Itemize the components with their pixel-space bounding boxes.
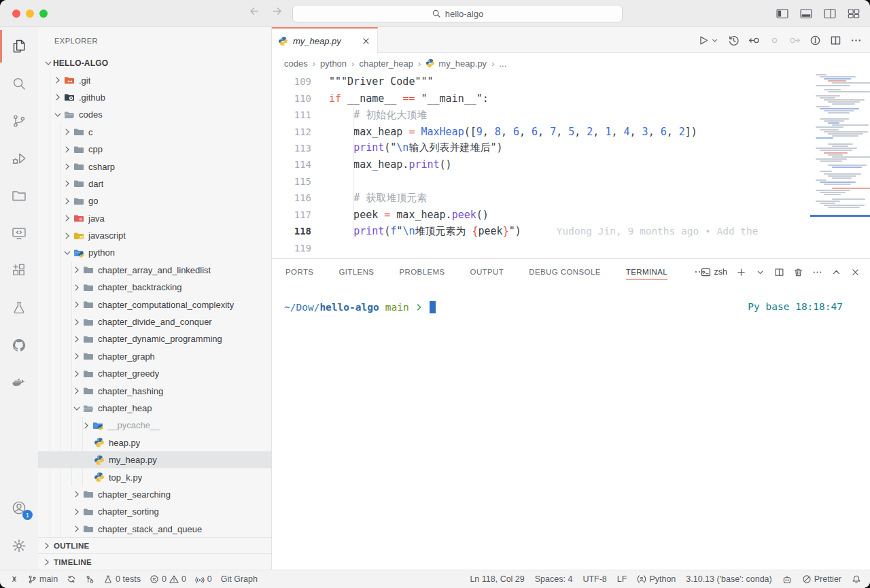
tree-folder-c[interactable]: c <box>38 124 271 141</box>
status-eol[interactable]: LF <box>617 574 627 584</box>
breadcrumb-item[interactable]: ... <box>499 58 506 69</box>
split-editor-layout-icon[interactable] <box>823 7 837 20</box>
tree-folder--pycache-[interactable]: __pycache__ <box>38 417 271 434</box>
tree-folder-cpp[interactable]: cpp <box>38 141 271 158</box>
zoom-window-button[interactable] <box>39 10 48 18</box>
tree-folder-chapter-computational-complexity[interactable]: chapter_computational_complexity <box>38 296 271 313</box>
toggle-sidebar-icon[interactable] <box>776 7 789 20</box>
terminal[interactable]: ~/Dow/hello-algo main Py base 18:18:47 <box>272 285 870 313</box>
activity-item-extensions[interactable] <box>0 254 38 287</box>
more-actions-icon[interactable] <box>850 35 862 46</box>
customize-layout-icon[interactable] <box>847 7 860 20</box>
activity-item-remote-explorer[interactable] <box>0 217 38 249</box>
activity-item-docker[interactable] <box>0 366 38 399</box>
section-timeline[interactable]: TIMELINE <box>38 553 271 570</box>
file-history-icon[interactable] <box>728 35 740 46</box>
panel-tab-problems[interactable]: PROBLEMS <box>399 259 445 285</box>
tree-folder-python[interactable]: python <box>38 244 271 261</box>
activity-item-settings[interactable] <box>0 530 38 562</box>
forward-arrow-icon[interactable] <box>271 5 283 17</box>
status-tests[interactable]: 0 tests <box>103 574 141 584</box>
run-dropdown-icon[interactable] <box>710 36 719 45</box>
tree-folder-codes[interactable]: codes <box>38 106 271 123</box>
tree-folder-chapter-hashing[interactable]: chapter_hashing <box>38 382 271 399</box>
breadcrumb-item[interactable]: python <box>320 58 347 69</box>
tree-folder-chapter-backtracking[interactable]: chapter_backtracking <box>38 279 271 296</box>
close-window-button[interactable] <box>12 10 20 18</box>
panel-tab-debug-console[interactable]: DEBUG CONSOLE <box>529 259 601 285</box>
back-arrow-icon[interactable] <box>249 5 260 17</box>
run-python-file-icon[interactable] <box>697 35 709 46</box>
section-outline[interactable]: OUTLINE <box>38 537 271 553</box>
panel-tab-ports[interactable]: PORTS <box>285 259 313 285</box>
status-git-branch[interactable]: main <box>27 574 58 584</box>
activity-item-source-control[interactable] <box>0 105 38 137</box>
breadcrumb-item[interactable]: chapter_heap <box>359 58 413 69</box>
status-ports[interactable]: 0 <box>195 574 212 584</box>
tree-folder-csharp[interactable]: csharp <box>38 158 271 175</box>
tree-folder-chapter-divide-and-conquer[interactable]: chapter_divide_and_conquer <box>38 313 271 330</box>
status-cursor-position[interactable]: Ln 118, Col 29 <box>470 574 524 584</box>
panel-tab-gitlens[interactable]: GITLENS <box>338 259 374 285</box>
status-language-mode[interactable]: Python <box>637 574 676 584</box>
status-prettier[interactable]: Prettier <box>802 574 841 584</box>
tree-folder-chapter-array-and-linkedlist[interactable]: chapter_array_and_linkedlist <box>38 262 271 279</box>
status-copilot[interactable] <box>782 574 792 584</box>
tree-folder-dart[interactable]: dart <box>38 175 271 192</box>
status-encoding[interactable]: UTF-8 <box>582 574 606 584</box>
activity-item-account[interactable]: 1 <box>0 491 38 524</box>
tree-file-top-k-py[interactable]: top_k.py <box>38 468 271 485</box>
tree-folder-chapter-stack-and-queue[interactable]: chapter_stack_and_queue <box>38 521 271 537</box>
minimize-window-button[interactable] <box>26 10 34 18</box>
code-editor[interactable]: 109"""Driver Code"""110if __name__ == "_… <box>272 73 870 258</box>
status-problems[interactable]: 00 <box>150 574 186 584</box>
activity-item-project-folder[interactable] <box>0 179 38 212</box>
activity-item-run-debug[interactable] <box>0 142 38 175</box>
breadcrumb-item[interactable]: codes <box>284 58 308 69</box>
change-icon[interactable] <box>769 35 780 46</box>
status-indentation[interactable]: Spaces: 4 <box>535 574 573 584</box>
breadcrumb-item[interactable]: my_heap.py <box>425 58 487 69</box>
shell-picker[interactable]: zsh <box>701 267 727 277</box>
kill-terminal-icon[interactable] <box>793 267 803 277</box>
tree-folder--git[interactable]: .git <box>38 71 271 88</box>
tree-file-heap-py[interactable]: heap.py <box>38 434 271 451</box>
status-git-graph[interactable]: Git Graph <box>221 574 258 584</box>
tree-folder-chapter-greedy[interactable]: chapter_greedy <box>38 365 271 382</box>
maximize-panel-icon[interactable] <box>831 267 841 277</box>
tree-folder-chapter-searching[interactable]: chapter_searching <box>38 486 271 503</box>
panel-tab-terminal[interactable]: TERMINAL <box>626 259 667 285</box>
tree-folder-go[interactable]: go <box>38 192 271 209</box>
status-python-interpreter[interactable]: 3.10.13 ('base': conda) <box>686 574 771 584</box>
activity-item-search[interactable] <box>0 67 38 100</box>
tree-folder-HELLO-ALGO[interactable]: HELLO-ALGO <box>38 54 271 71</box>
activity-item-github[interactable] <box>0 329 38 362</box>
tree-folder-chapter-dynamic-programming[interactable]: chapter_dynamic_programming <box>38 330 271 347</box>
toggle-panel-icon[interactable] <box>799 7 813 20</box>
status-remote-indicator[interactable] <box>9 574 18 584</box>
tab-my-heap[interactable]: my_heap.py <box>272 27 378 54</box>
close-tab-icon[interactable] <box>361 36 371 46</box>
close-panel-icon[interactable] <box>850 267 860 277</box>
command-center-search[interactable]: hello-algo <box>292 5 623 22</box>
tree-folder-chapter-sorting[interactable]: chapter_sorting <box>38 503 271 520</box>
activity-item-explorer[interactable] <box>0 30 38 63</box>
tree-folder-java[interactable]: java <box>38 210 271 227</box>
tree-folder--github[interactable]: .github <box>38 89 271 106</box>
tree-folder-javascript[interactable]: JSjavascript <box>38 227 271 244</box>
activity-item-testing[interactable] <box>0 292 38 324</box>
panel-tab-output[interactable]: OUTPUT <box>470 259 504 285</box>
gitlens-graph-icon[interactable] <box>810 35 821 46</box>
status-sync-changes[interactable] <box>67 574 76 584</box>
terminal-more-icon[interactable] <box>812 267 822 277</box>
split-editor-icon[interactable] <box>830 35 841 46</box>
tree-folder-chapter-heap[interactable]: chapter_heap <box>38 400 271 417</box>
split-terminal-icon[interactable] <box>774 267 784 277</box>
previous-change-icon[interactable] <box>748 35 760 46</box>
tree-folder-chapter-graph[interactable]: chapter_graph <box>38 348 271 365</box>
status-gitlens[interactable] <box>85 574 94 584</box>
status-notifications[interactable] <box>852 574 861 584</box>
minimap[interactable] <box>810 73 870 257</box>
terminal-dropdown-icon[interactable] <box>755 267 765 277</box>
new-terminal-icon[interactable] <box>736 267 746 277</box>
